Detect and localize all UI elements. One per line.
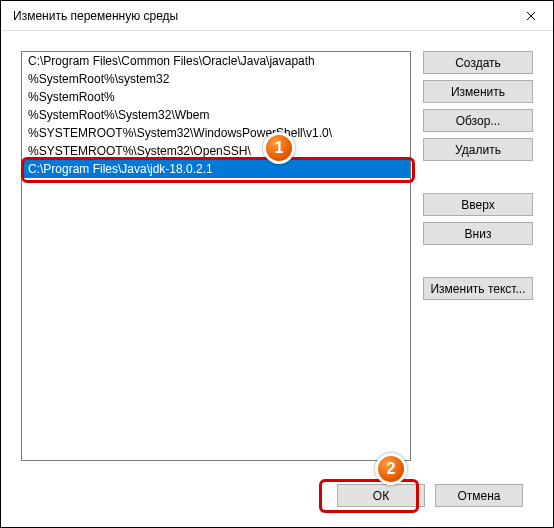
spacer — [423, 167, 533, 187]
bottom-buttons: ОК Отмена — [337, 484, 523, 507]
list-item-editing[interactable] — [22, 160, 410, 178]
ok-button[interactable]: ОК — [337, 484, 425, 507]
edit-button[interactable]: Изменить — [423, 80, 533, 103]
create-button[interactable]: Создать — [423, 51, 533, 74]
dialog-window: Изменить переменную среды C:\Program Fil… — [0, 0, 554, 528]
titlebar: Изменить переменную среды — [1, 1, 553, 31]
side-buttons: Создать Изменить Обзор... Удалить Вверх … — [423, 51, 533, 461]
list-item[interactable]: %SystemRoot%\System32\Wbem — [22, 106, 410, 124]
list-item[interactable]: %SystemRoot%\system32 — [22, 70, 410, 88]
list-item[interactable]: C:\Program Files\Common Files\Oracle\Jav… — [22, 52, 410, 70]
path-edit-input[interactable] — [22, 160, 410, 178]
delete-button[interactable]: Удалить — [423, 138, 533, 161]
down-button[interactable]: Вниз — [423, 222, 533, 245]
up-button[interactable]: Вверх — [423, 193, 533, 216]
list-item[interactable]: %SYSTEMROOT%\System32\OpenSSH\ — [22, 142, 410, 160]
browse-button[interactable]: Обзор... — [423, 109, 533, 132]
edit-text-button[interactable]: Изменить текст... — [423, 277, 533, 300]
window-title: Изменить переменную среды — [13, 9, 178, 23]
list-item[interactable]: %SystemRoot% — [22, 88, 410, 106]
path-listbox[interactable]: C:\Program Files\Common Files\Oracle\Jav… — [21, 51, 411, 461]
dialog-content: C:\Program Files\Common Files\Oracle\Jav… — [21, 51, 533, 461]
close-button[interactable] — [508, 1, 553, 31]
close-icon — [526, 11, 536, 21]
list-item[interactable]: %SYSTEMROOT%\System32\WindowsPowerShell\… — [22, 124, 410, 142]
cancel-button[interactable]: Отмена — [435, 484, 523, 507]
spacer — [423, 251, 533, 271]
